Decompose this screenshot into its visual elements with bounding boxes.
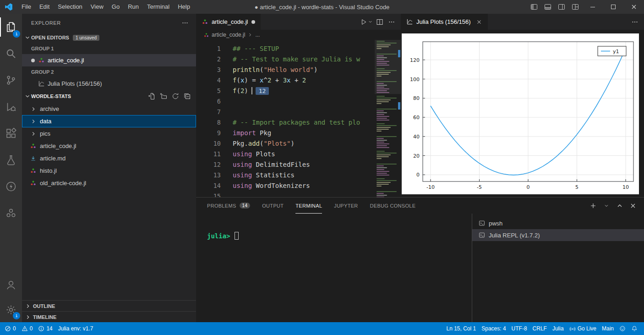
breadcrumb[interactable]: article_code.jl ... — [196, 30, 401, 40]
minimize-button[interactable] — [582, 0, 603, 14]
tree-item-old-article-code-jl[interactable]: old_article-code.jl — [22, 177, 196, 189]
new-terminal-button[interactable] — [589, 201, 598, 210]
open-editors-list: GROUP 1article_code.jlGROUP 2Julia Plots… — [22, 43, 196, 90]
menu-selection[interactable]: Selection — [54, 0, 86, 14]
tree-item-article-code-jl[interactable]: article_code.jl — [22, 140, 196, 152]
code-text: f(2)12 — [221, 86, 269, 96]
line-number: 5 — [196, 86, 221, 96]
activity-thunder-button[interactable] — [0, 173, 22, 200]
terminal-profile-dropdown[interactable] — [602, 201, 611, 210]
panel-tab-terminal[interactable]: TERMINAL — [295, 198, 322, 214]
customize-layout-button[interactable] — [568, 0, 582, 14]
refresh-explorer-button[interactable] — [171, 92, 180, 100]
svg-text:80: 80 — [413, 95, 420, 101]
sidebar-bottom-sections: OUTLINETIMELINE — [22, 300, 196, 322]
collapse-folders-button[interactable] — [183, 92, 191, 100]
panel-tab-problems[interactable]: PROBLEMS14 — [207, 198, 250, 214]
status-utf-8[interactable]: UTF-8 — [509, 322, 530, 335]
status-julia[interactable]: Julia — [550, 322, 567, 335]
tab-julia-plots[interactable]: Julia Plots (156/156) — [401, 14, 488, 30]
menu-run[interactable]: Run — [124, 0, 143, 14]
open-editors-header[interactable]: OPEN EDITORS 1 unsaved — [22, 32, 196, 43]
activity-source-control-button[interactable] — [0, 67, 22, 93]
toggle-panel-button[interactable] — [541, 0, 555, 14]
menu-view[interactable]: View — [87, 0, 108, 14]
julia-file-icon — [203, 32, 209, 38]
status-warning[interactable]: 0 — [19, 322, 36, 335]
menu-go[interactable]: Go — [108, 0, 124, 14]
tree-item-archive[interactable]: archive — [22, 103, 196, 115]
status-crlf[interactable]: CRLF — [530, 322, 550, 335]
activity-julia-button[interactable] — [0, 200, 22, 226]
open-editor-julia-plots-156-156[interactable]: Julia Plots (156/156) — [22, 77, 196, 90]
status-main[interactable]: Main — [599, 322, 617, 335]
panel-tab-debug-console[interactable]: DEBUG CONSOLE — [370, 198, 416, 214]
maximize-button[interactable] — [603, 0, 623, 14]
run-dropdown-button[interactable] — [367, 16, 373, 27]
new-file-button[interactable] — [147, 92, 156, 100]
close-panel-button[interactable] — [628, 201, 638, 210]
status-ln-15-col-1[interactable]: Ln 15, Col 1 — [444, 322, 479, 335]
code-editor[interactable]: 1## --- SETUP2# -- Test to make sure Jul… — [196, 40, 375, 197]
new-folder-button[interactable] — [159, 92, 168, 100]
terminal-icon — [479, 232, 485, 238]
panel-tab-output[interactable]: OUTPUT — [262, 198, 284, 214]
toggle-secondary-sidebar-button[interactable] — [555, 0, 568, 14]
open-editor-article-code-jl[interactable]: article_code.jl — [22, 54, 196, 66]
layout-panel-icon — [544, 3, 551, 11]
status-bell[interactable] — [628, 322, 640, 335]
section-outline[interactable]: OUTLINE — [22, 300, 196, 311]
status-info[interactable]: 14 — [35, 322, 55, 335]
views-more-actions-button[interactable] — [180, 18, 190, 27]
workspace-section-header[interactable]: WORDLE-STATS — [22, 90, 196, 103]
menu-terminal[interactable]: Terminal — [143, 0, 174, 14]
tree-item-pics[interactable]: pics — [22, 127, 196, 140]
status-left: 0014Julia env: v1.7 — [2, 322, 96, 335]
open-editor-label: article_code.jl — [48, 57, 84, 64]
status-broadcast[interactable]: Go Live — [567, 322, 599, 335]
more-actions-button[interactable] — [629, 16, 640, 27]
activity-run-debug-button[interactable] — [0, 93, 22, 120]
open-editors-label: OPEN EDITORS — [31, 35, 69, 40]
terminal-content[interactable]: julia> — [196, 214, 472, 322]
status-spaces-4[interactable]: Spaces: 4 — [479, 322, 508, 335]
close-icon — [476, 19, 482, 25]
tree-item-label: data — [40, 118, 51, 125]
line-number: 1 — [196, 44, 221, 54]
split-editor-button[interactable] — [374, 16, 385, 27]
more-actions-button[interactable] — [386, 16, 397, 27]
activity-settings-button[interactable]: 1 — [0, 297, 22, 322]
activity-testing-button[interactable] — [0, 147, 22, 173]
close-tab-button[interactable] — [476, 19, 482, 25]
activity-extensions-button[interactable] — [0, 120, 22, 147]
tree-item-article-md[interactable]: article.md — [22, 152, 196, 165]
status-julia-env-v1-7[interactable]: Julia env: v1.7 — [55, 322, 96, 335]
terminal-icon — [479, 220, 485, 226]
terminal-tab-pwsh[interactable]: pwsh — [472, 217, 644, 229]
minimap[interactable] — [375, 40, 401, 197]
tree-item-histo-jl[interactable]: histo.jl — [22, 165, 196, 177]
menu-help[interactable]: Help — [174, 0, 194, 14]
terminal-tab-julia-repl-v1-7-2[interactable]: Julia REPL (v1.7.2) — [472, 229, 644, 241]
minimap-slider[interactable] — [375, 40, 401, 94]
menu-edit[interactable]: Edit — [35, 0, 54, 14]
code-text: # -- Test to make sure Julia is w — [221, 54, 360, 65]
status-error[interactable]: 0 — [2, 322, 19, 335]
activity-search-button[interactable] — [0, 40, 22, 67]
maximize-panel-button[interactable] — [615, 201, 624, 210]
activity-account-button[interactable] — [0, 273, 22, 297]
togg le-sidebar-button[interactable] — [527, 0, 541, 14]
tab-article-code-jl[interactable]: article_code.jl — [196, 14, 261, 30]
panel-tab-jupyter[interactable]: JUPYTER — [334, 198, 358, 214]
section-timeline[interactable]: TIMELINE — [22, 311, 196, 322]
code-line-11: 11using Plots — [196, 149, 375, 159]
activity-explorer-button[interactable]: 1 — [0, 14, 22, 40]
code-line-3: 3println("Hello world") — [196, 65, 375, 75]
menu-file[interactable]: File — [17, 0, 35, 14]
panel-header: PROBLEMS14OUTPUTTERMINALJUPYTERDEBUG CON… — [196, 198, 644, 214]
status-feedback[interactable] — [617, 322, 628, 335]
tree-item-data[interactable]: data — [22, 115, 196, 127]
layout-grid-icon — [572, 3, 579, 11]
close-window-button[interactable] — [623, 0, 644, 14]
code-line-12: 12using DelimitedFiles — [196, 159, 375, 170]
